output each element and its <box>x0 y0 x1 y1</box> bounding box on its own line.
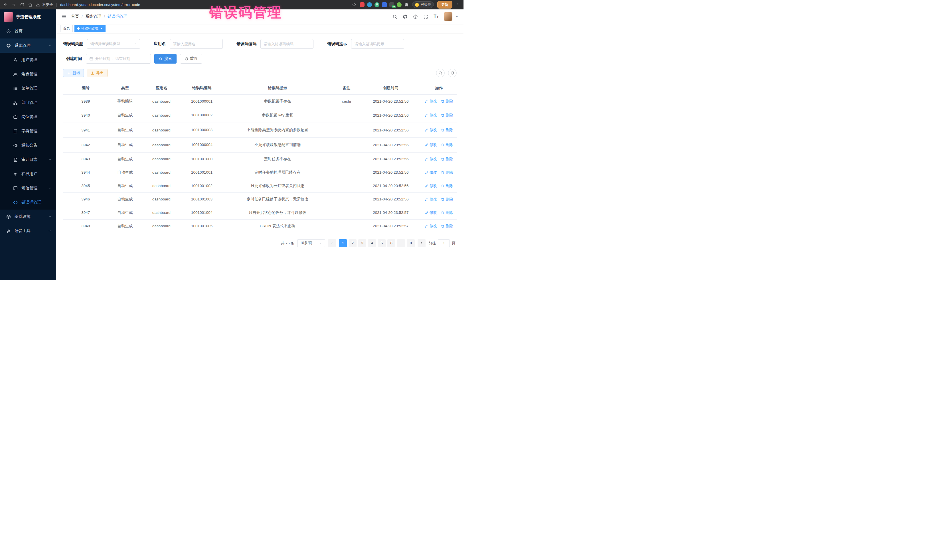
page-button[interactable]: 8 <box>407 239 415 247</box>
sidebar-item[interactable]: 岗位管理 <box>0 110 56 124</box>
home-icon[interactable] <box>28 3 32 7</box>
download-icon <box>91 71 94 75</box>
page-button[interactable]: 6 <box>388 239 395 247</box>
cell-remark: ceshi <box>333 95 360 108</box>
page-button[interactable]: 5 <box>378 239 386 247</box>
edit-link[interactable]: 修改 <box>425 156 437 162</box>
filter-label-type: 错误码类型 <box>63 41 83 47</box>
sidebar-item[interactable]: 在线用户 <box>0 167 56 181</box>
breadcrumb-item[interactable]: 首页 <box>71 14 79 19</box>
vue-devtools-icon[interactable]: V <box>374 2 379 7</box>
page-button[interactable]: 1 <box>339 239 347 247</box>
edit-link[interactable]: 修改 <box>425 183 437 188</box>
sidebar-item[interactable]: 角色管理 <box>0 67 56 81</box>
not-secure-warning-icon[interactable] <box>36 3 40 7</box>
user-avatar[interactable] <box>444 12 452 21</box>
delete-link[interactable]: 删除 <box>441 142 453 147</box>
prev-page-button[interactable] <box>328 239 336 247</box>
page-button[interactable]: 2 <box>348 239 357 247</box>
delete-link[interactable]: 删除 <box>441 170 453 175</box>
goto-page-input[interactable] <box>438 239 450 247</box>
edit-link[interactable]: 修改 <box>425 99 437 104</box>
page-button[interactable]: 3 <box>358 239 366 247</box>
sidebar-item[interactable]: 部门管理 <box>0 96 56 110</box>
tab-home[interactable]: 首页 <box>60 25 73 32</box>
next-page-button[interactable] <box>418 239 426 247</box>
search-button[interactable]: 搜索 <box>154 54 176 64</box>
extension-icon[interactable] <box>397 2 401 7</box>
cell-app: dashboard <box>142 193 181 206</box>
sidebar-item[interactable]: 研发工具 <box>0 224 56 238</box>
github-icon[interactable] <box>403 14 407 19</box>
toggle-search-button[interactable] <box>436 69 445 77</box>
update-button[interactable]: 更新 <box>437 1 452 9</box>
edit-link[interactable]: 修改 <box>425 142 437 147</box>
delete-link[interactable]: 删除 <box>441 99 453 104</box>
error-type-select[interactable]: 请选择错误码类型 <box>87 39 140 49</box>
font-size-icon[interactable]: TT <box>433 14 438 19</box>
edit-link[interactable]: 修改 <box>425 127 437 133</box>
table-toolbar: 新增 导出 <box>63 69 457 77</box>
sidebar-item-label: 岗位管理 <box>21 114 37 120</box>
sidebar-item[interactable]: 系统管理 <box>0 38 56 53</box>
export-button[interactable]: 导出 <box>87 69 108 77</box>
edit-link[interactable]: 修改 <box>425 170 437 175</box>
reload-icon[interactable] <box>20 3 24 7</box>
delete-link[interactable]: 删除 <box>441 197 453 202</box>
extension-icon[interactable] <box>360 2 365 7</box>
error-code-input[interactable] <box>264 42 310 46</box>
delete-link[interactable]: 删除 <box>441 156 453 162</box>
forward-icon[interactable] <box>12 3 16 7</box>
sidebar-item[interactable]: 菜单管理 <box>0 81 56 96</box>
tab-error-code[interactable]: 错误码管理 × <box>74 25 106 32</box>
pencil-icon <box>425 211 429 214</box>
refresh-table-button[interactable] <box>448 69 457 77</box>
page-size-select[interactable]: 10条/页 <box>297 239 325 247</box>
puzzle-extensions-icon[interactable] <box>404 3 409 7</box>
error-hint-input[interactable] <box>354 42 401 46</box>
edit-link[interactable]: 修改 <box>425 197 437 202</box>
add-button[interactable]: 新增 <box>63 69 84 77</box>
proxy-extension-icon[interactable]: on <box>389 2 394 7</box>
cell-id: 3948 <box>63 219 108 233</box>
search-icon[interactable] <box>392 14 397 19</box>
date-range-picker[interactable]: 开始日期 - 结束日期 <box>86 54 151 64</box>
chevron-left-icon <box>330 241 334 245</box>
hamburger-icon[interactable] <box>61 14 67 19</box>
delete-link[interactable]: 删除 <box>441 210 453 215</box>
sidebar-item[interactable]: 首页 <box>0 24 56 38</box>
page-more-button[interactable]: ... <box>397 239 405 247</box>
breadcrumb-item[interactable]: 系统管理 <box>85 14 101 19</box>
delete-link[interactable]: 删除 <box>441 127 453 133</box>
app-name-input[interactable] <box>173 42 219 46</box>
sidebar-item[interactable]: 通知公告 <box>0 138 56 153</box>
page-button[interactable]: 4 <box>368 239 376 247</box>
extension-icon[interactable] <box>367 2 372 7</box>
delete-link[interactable]: 删除 <box>441 112 453 118</box>
reset-button[interactable]: 重置 <box>180 54 202 64</box>
edit-link[interactable]: 修改 <box>425 112 437 118</box>
browser-menu-icon[interactable] <box>456 3 460 7</box>
delete-link[interactable]: 删除 <box>441 183 453 188</box>
logo-image <box>4 12 13 22</box>
sidebar-item[interactable]: 基础设施 <box>0 209 56 224</box>
sidebar-item[interactable]: 错误码管理 <box>0 195 56 209</box>
sidebar-item[interactable]: 字典管理 <box>0 124 56 138</box>
fullscreen-icon[interactable] <box>423 14 428 19</box>
sidebar-item[interactable]: 用户管理 <box>0 53 56 67</box>
extension-icon[interactable] <box>382 2 387 7</box>
edit-link[interactable]: 修改 <box>425 223 437 229</box>
back-icon[interactable] <box>3 3 8 7</box>
address-bar[interactable]: 不安全 dashboard.yudao.iocoder.cn/system/er… <box>36 2 356 8</box>
help-icon[interactable] <box>413 14 418 19</box>
cell-actions: 修改删除 <box>421 179 457 193</box>
delete-link[interactable]: 删除 <box>441 223 453 229</box>
sidebar-item[interactable]: 短信管理 <box>0 181 56 195</box>
bookmark-star-icon[interactable] <box>352 3 356 7</box>
edit-link[interactable]: 修改 <box>425 210 437 215</box>
close-icon[interactable]: × <box>100 27 103 30</box>
avatar-caret-icon[interactable]: ▼ <box>456 15 458 18</box>
profile-paused-badge[interactable]: 已暂停 <box>412 2 434 8</box>
sidebar-item[interactable]: 审计日志 <box>0 153 56 167</box>
table-row: 3940自动生成dashboard1001000002参数配置 key 重复20… <box>63 108 457 123</box>
